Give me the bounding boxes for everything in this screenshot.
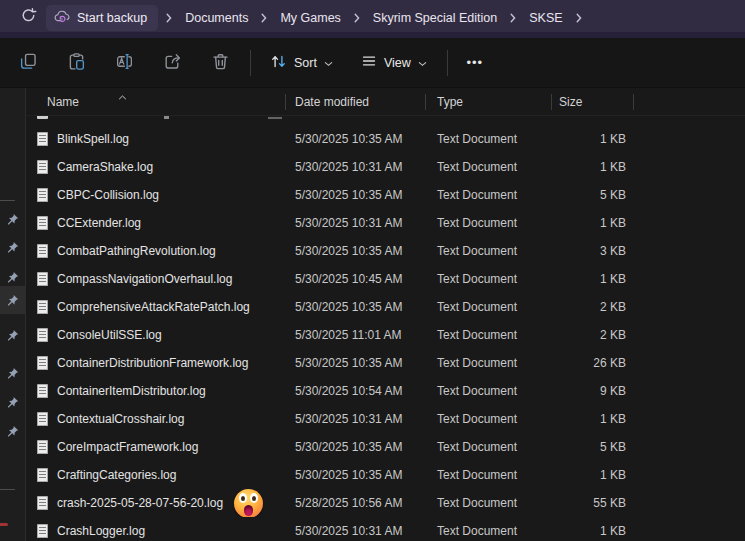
paste-button[interactable]	[58, 46, 94, 80]
breadcrumb-item-documents[interactable]: Documents	[180, 7, 253, 29]
file-date-modified: 5/30/2025 10:31 AM	[286, 160, 426, 174]
column-header-spacer	[634, 88, 745, 115]
sort-button[interactable]: Sort	[260, 47, 343, 79]
file-row[interactable]: ComprehensiveAttackRatePatch.log5/30/202…	[26, 293, 745, 321]
file-row[interactable]: ContextualCrosshair.log5/30/2025 10:31 A…	[26, 405, 745, 433]
breadcrumb-item-skyrim-special-edition[interactable]: Skyrim Special Edition	[368, 7, 502, 29]
pin-icon[interactable]	[6, 240, 19, 253]
file-type: Text Document	[426, 384, 552, 398]
file-name-cell: CraftingCategories.log	[26, 461, 286, 489]
column-header-size[interactable]: Size	[552, 88, 634, 115]
column-header-type[interactable]: Type	[426, 88, 552, 115]
file-row[interactable]: CraftingCategories.log5/30/2025 10:35 AM…	[26, 461, 745, 489]
file-row[interactable]: ConsoleUtilSSE.log5/30/2025 11:01 AMText…	[26, 321, 745, 349]
file-name-cell: CCExtender.log	[26, 209, 286, 237]
file-row[interactable]: CrashLogger.log5/30/2025 10:31 AMText Do…	[26, 517, 745, 541]
file-row[interactable]: BlinkSpell.log5/30/2025 10:35 AMText Doc…	[26, 125, 745, 153]
file-type: Text Document	[426, 160, 552, 174]
file-name: crash-2025-05-28-07-56-20.log	[57, 496, 223, 510]
copy-icon	[19, 52, 38, 74]
file-size: 1 KB	[552, 216, 634, 230]
file-date-modified: 5/30/2025 10:54 AM	[286, 384, 426, 398]
file-name: ComprehensiveAttackRatePatch.log	[57, 300, 250, 314]
file-date-modified: 5/30/2025 10:35 AM	[286, 188, 426, 202]
pin-icon[interactable]	[6, 424, 19, 437]
file-size: 26 KB	[552, 356, 634, 370]
file-name-cell: ContextualCrosshair.log	[26, 405, 286, 433]
file-row[interactable]: ContainerItemDistributor.log5/30/2025 10…	[26, 377, 745, 405]
pin-icon[interactable]	[6, 270, 19, 283]
column-header-name[interactable]: Name	[26, 88, 286, 115]
file-explorer-window: Start backup DocumentsMy GamesSkyrim Spe…	[0, 0, 745, 541]
breadcrumb-item-skse[interactable]: SKSE	[524, 7, 567, 29]
column-header-label: Size	[559, 95, 582, 109]
file-name: CBPC-Collision.log	[57, 188, 159, 202]
share-button[interactable]	[154, 46, 190, 80]
text-document-icon	[37, 132, 48, 146]
pin-icon[interactable]	[6, 212, 19, 225]
file-name: ContextualCrosshair.log	[57, 412, 184, 426]
navigation-pane-edge	[0, 88, 26, 541]
pin-icon[interactable]	[6, 395, 19, 408]
file-date-modified: 5/30/2025 10:31 AM	[286, 216, 426, 230]
start-backup-label: Start backup	[77, 11, 147, 25]
file-row[interactable]: CBPC-Collision.log5/30/2025 10:35 AMText…	[26, 181, 745, 209]
file-row[interactable]: CameraShake.log5/30/2025 10:31 AMText Do…	[26, 153, 745, 181]
pin-icon[interactable]	[6, 293, 19, 306]
file-size: 5 KB	[552, 188, 634, 202]
file-size: 3 KB	[552, 244, 634, 258]
text-document-icon	[37, 496, 48, 510]
file-type: Text Document	[426, 216, 552, 230]
address-bar: Start backup DocumentsMy GamesSkyrim Spe…	[0, 0, 745, 38]
text-document-icon	[37, 524, 48, 538]
file-name: CompassNavigationOverhaul.log	[57, 272, 232, 286]
file-name: CCExtender.log	[57, 216, 141, 230]
file-name: ContainerDistributionFramework.log	[57, 356, 248, 370]
refresh-button[interactable]	[10, 4, 46, 32]
file-size: 1 KB	[552, 412, 634, 426]
file-size: 5 KB	[552, 440, 634, 454]
text-document-icon	[37, 384, 48, 398]
start-backup-button[interactable]: Start backup	[46, 5, 158, 31]
file-row[interactable]: CompassNavigationOverhaul.log5/30/2025 1…	[26, 265, 745, 293]
file-row[interactable]: CCExtender.log5/30/2025 10:31 AMText Doc…	[26, 209, 745, 237]
chevron-right-icon	[354, 13, 360, 23]
file-name: CombatPathingRevolution.log	[57, 244, 216, 258]
sort-icon	[270, 53, 287, 73]
rename-button[interactable]	[106, 46, 142, 80]
file-name-cell: ContainerItemDistributor.log	[26, 377, 286, 405]
file-name-cell: CompassNavigationOverhaul.log	[26, 265, 286, 293]
clipped-file-row[interactable]	[26, 116, 745, 125]
column-header-label: Date modified	[295, 95, 369, 109]
file-row[interactable]: ContainerDistributionFramework.log5/30/2…	[26, 349, 745, 377]
more-options-button[interactable]: •••	[458, 47, 492, 79]
text-document-icon	[37, 188, 48, 202]
file-date-modified: 5/30/2025 10:35 AM	[286, 244, 426, 258]
file-size: 2 KB	[552, 328, 634, 342]
file-size: 1 KB	[552, 160, 634, 174]
view-button[interactable]: View	[351, 47, 437, 79]
command-toolbar: Sort View •••	[0, 38, 745, 88]
file-date-modified: 5/30/2025 10:31 AM	[286, 412, 426, 426]
delete-button[interactable]	[202, 46, 238, 80]
file-rows: BlinkSpell.log5/30/2025 10:35 AMText Doc…	[26, 125, 745, 541]
file-type: Text Document	[426, 496, 552, 510]
file-row[interactable]: CoreImpactFramework.log5/30/2025 10:35 A…	[26, 433, 745, 461]
refresh-icon	[20, 7, 37, 28]
chevron-right-icon	[166, 13, 172, 23]
file-name: CraftingCategories.log	[57, 468, 176, 482]
copy-button[interactable]	[10, 46, 46, 80]
file-date-modified: 5/30/2025 10:35 AM	[286, 132, 426, 146]
text-document-icon	[37, 356, 48, 370]
text-document-icon	[37, 412, 48, 426]
pin-icon[interactable]	[6, 328, 19, 341]
file-name-cell: ContainerDistributionFramework.log	[26, 349, 286, 377]
breadcrumb-item-my-games[interactable]: My Games	[275, 7, 345, 29]
file-size: 9 KB	[552, 384, 634, 398]
column-header-date-modified[interactable]: Date modified	[286, 88, 426, 115]
pin-icon[interactable]	[6, 366, 19, 379]
file-name-cell: CoreImpactFramework.log	[26, 433, 286, 461]
delete-icon	[211, 52, 230, 74]
file-row[interactable]: crash-2025-05-28-07-56-20.log5/28/2025 1…	[26, 489, 745, 517]
file-row[interactable]: CombatPathingRevolution.log5/30/2025 10:…	[26, 237, 745, 265]
